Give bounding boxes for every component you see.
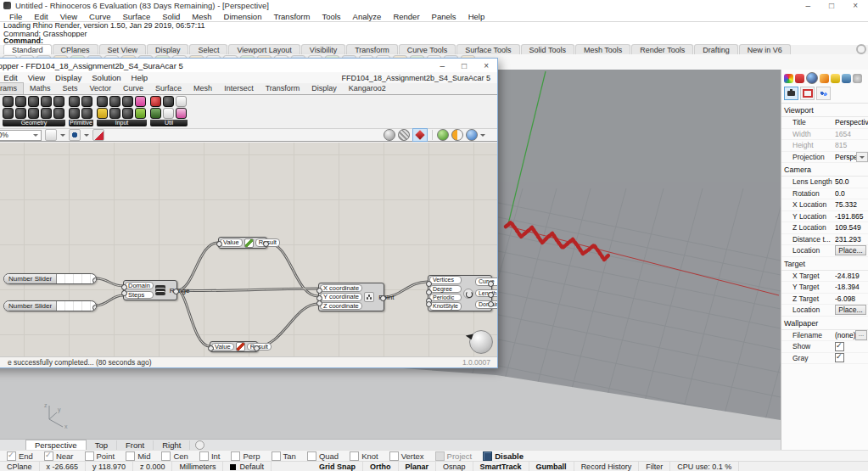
gh-menu-solution[interactable]: Solution — [87, 73, 126, 82]
chevron-down-icon[interactable] — [60, 134, 65, 137]
chevron-down-icon[interactable] — [480, 134, 485, 137]
gh-component-icon[interactable] — [53, 96, 64, 107]
menu-dimension[interactable]: Dimension — [218, 12, 268, 21]
toggle-planar[interactable]: Planar — [399, 462, 437, 471]
close-button[interactable]: × — [853, 0, 858, 11]
checkbox-point[interactable] — [85, 451, 94, 461]
gh-tab-surface[interactable]: Surface — [149, 83, 188, 94]
gh-component-icon[interactable] — [122, 108, 133, 119]
layer-indicator[interactable]: Default — [223, 462, 272, 471]
gh-menu-view[interactable]: View — [23, 73, 50, 82]
canvas-compass-widget[interactable] — [469, 330, 493, 354]
menu-surface[interactable]: Surface — [116, 12, 156, 21]
target-place-button[interactable]: Place... — [835, 305, 866, 315]
gh-menu-edit[interactable]: Edit — [0, 73, 23, 82]
gh-component-icon[interactable] — [163, 96, 174, 107]
gh-maximize-button[interactable]: □ — [462, 61, 467, 70]
solver-on-icon[interactable] — [437, 129, 449, 141]
viewport-tab-right[interactable]: Right — [154, 440, 190, 451]
tab-display[interactable]: Display — [147, 44, 189, 54]
tab-cplanes[interactable]: CPlanes — [53, 44, 98, 54]
toggle-record-history[interactable]: Record History — [574, 462, 640, 471]
checkbox-int[interactable] — [199, 451, 209, 461]
palette-group-label[interactable]: Input — [97, 120, 147, 126]
input-grip[interactable] — [316, 300, 322, 306]
checkbox-perp[interactable] — [231, 451, 240, 461]
output-grip[interactable] — [380, 295, 386, 301]
minimize-button[interactable]: – — [806, 0, 811, 11]
gh-component-icon[interactable] — [150, 96, 161, 107]
tab-visibility[interactable]: Visibility — [301, 44, 345, 54]
slider-track[interactable]: 32 — [57, 274, 96, 283]
interpolate-curve-component[interactable]: Vertices Degree Periodic KnotStyle Curve… — [428, 275, 492, 311]
osnap-cen[interactable]: Cen — [161, 451, 188, 461]
number-slider-2[interactable]: Number Slider 40 — [3, 300, 97, 311]
sketch-icon[interactable] — [92, 129, 104, 141]
gh-tab-vector[interactable]: Vector — [84, 83, 118, 94]
osnap-disable[interactable]: Disable — [483, 451, 524, 461]
link-views-button[interactable] — [816, 87, 831, 100]
gh-component-icon[interactable] — [81, 108, 92, 119]
input-grip[interactable] — [426, 301, 432, 307]
osnap-tan[interactable]: Tan — [272, 451, 296, 461]
gh-component-icon[interactable] — [81, 96, 92, 107]
gh-tab-mesh[interactable]: Mesh — [188, 83, 218, 94]
menu-edit[interactable]: Edit — [28, 12, 53, 21]
osnap-point[interactable]: Point — [85, 451, 115, 461]
output-grip[interactable] — [254, 345, 260, 351]
gear-icon[interactable] — [856, 44, 866, 54]
gh-component-icon[interactable] — [53, 108, 64, 119]
gh-component-icon[interactable] — [150, 108, 161, 119]
solver-pause-icon[interactable] — [451, 129, 463, 141]
toggle-filter[interactable]: Filter — [639, 462, 670, 471]
tab-set-view[interactable]: Set View — [99, 44, 146, 54]
gh-component-icon[interactable] — [41, 96, 52, 107]
gh-component-icon[interactable] — [109, 108, 120, 119]
osnap-end[interactable]: End — [7, 451, 33, 461]
palette-group-label[interactable]: Geometry — [3, 120, 65, 126]
tab-curve-tools[interactable]: Curve Tools — [399, 44, 456, 54]
expression-component-bottom[interactable]: Value Result — [210, 341, 258, 352]
gh-tab-sets[interactable]: Sets — [57, 83, 84, 94]
checkbox-near[interactable] — [44, 451, 53, 461]
preview-wire-icon[interactable] — [398, 129, 410, 141]
osnap-quad[interactable]: Quad — [307, 451, 339, 461]
gray-checkbox[interactable] — [835, 353, 844, 362]
menu-panels[interactable]: Panels — [426, 12, 462, 21]
osnap-near[interactable]: Near — [44, 451, 74, 461]
menu-render[interactable]: Render — [387, 12, 425, 21]
tab-transform[interactable]: Transform — [346, 44, 398, 54]
palette-group-label[interactable]: Primitive — [69, 120, 93, 126]
osnap-perp[interactable]: Perp — [231, 451, 260, 461]
gh-component-icon[interactable] — [41, 108, 52, 119]
grasshopper-canvas[interactable]: Number Slider 32 Number Slider 40 Domain… — [0, 143, 497, 356]
input-grip[interactable] — [216, 241, 222, 247]
gh-component-icon[interactable] — [135, 108, 146, 119]
gh-component-icon[interactable] — [28, 96, 39, 107]
palette-group-label[interactable]: Util — [150, 120, 188, 126]
solver-recompute-icon[interactable] — [466, 129, 478, 141]
cplane-button[interactable]: CPlane — [0, 462, 40, 471]
slider-track[interactable]: 40 — [57, 301, 96, 311]
viewport-tab-front[interactable]: Front — [117, 440, 154, 451]
gh-close-button[interactable]: × — [484, 61, 489, 70]
command-history[interactable]: Loading Rhino Render, version 1.50, Jan … — [0, 21, 868, 39]
menu-help[interactable]: Help — [462, 12, 491, 21]
checkbox-mid[interactable] — [126, 451, 135, 461]
new-viewport-icon[interactable] — [195, 440, 204, 450]
gh-tab-kangaroo2[interactable]: Kangaroo2 — [343, 83, 392, 94]
checkbox-quad[interactable] — [307, 451, 316, 461]
display-tab-icon[interactable] — [842, 74, 851, 83]
gh-component-icon[interactable] — [3, 108, 14, 119]
expression-component-top[interactable]: Value Result — [218, 237, 267, 249]
gh-document-name[interactable]: FFD104_18_Assignment2b_S4_SuraAcar 5 — [341, 74, 497, 82]
output-grip[interactable] — [488, 281, 494, 287]
gh-component-icon[interactable] — [3, 96, 14, 107]
viewport-tab-top[interactable]: Top — [87, 440, 117, 451]
toggle-gumball[interactable]: Gumball — [529, 462, 574, 471]
construct-point-component[interactable]: X coordinate Y coordinate Z coordinate P… — [318, 283, 384, 311]
gh-component-icon[interactable] — [69, 96, 80, 107]
toggle-smarttrack[interactable]: SmartTrack — [473, 462, 529, 471]
render-tab-icon[interactable] — [795, 74, 804, 83]
gh-component-icon[interactable] — [163, 108, 174, 119]
